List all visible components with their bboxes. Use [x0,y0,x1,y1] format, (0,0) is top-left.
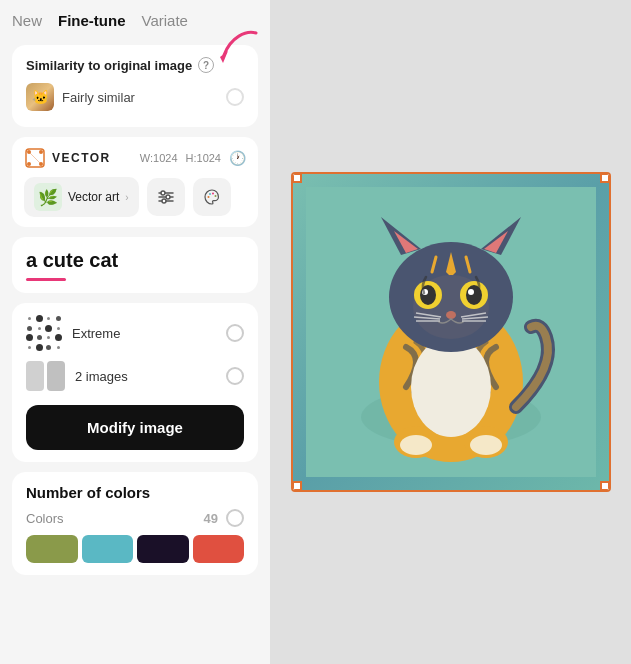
tab-finetune[interactable]: Fine-tune [58,12,126,31]
vector-label: VECTOR [52,151,111,165]
colors-count: 49 [204,511,218,526]
width-label: W:1024 [140,152,178,164]
style-name: Vector art [68,190,119,204]
tab-new[interactable]: New [12,12,42,31]
swatch-dark[interactable] [137,535,189,563]
images-label: 2 images [75,369,128,384]
modify-button[interactable]: Modify image [26,405,244,450]
colors-title: Number of colors [26,484,244,501]
color-swatches [26,535,244,563]
similarity-option-label: Fairly similar [62,90,135,105]
vector-dims: W:1024 H:1024 🕐 [140,150,246,166]
clock-icon[interactable]: 🕐 [229,150,246,166]
tabs-row: New Fine-tune Variate [12,12,258,31]
similarity-option-row: 🐱 Fairly similar [26,83,244,111]
sliders-button[interactable] [147,178,185,216]
prompt-underline [26,278,66,281]
svg-point-12 [207,196,209,198]
style-chip[interactable]: 🌿 Vector art › [24,177,139,217]
extreme-row: Extreme [26,315,244,351]
svg-point-32 [446,311,456,319]
height-label: H:1024 [186,152,221,164]
vector-icon [24,147,46,169]
style-thumb: 🌿 [34,183,62,211]
similarity-card: Similarity to original image ? 🐱 Fairly … [12,45,258,127]
tab-variate[interactable]: Variate [142,12,188,31]
svg-point-10 [166,195,170,199]
colors-label: Colors [26,511,64,526]
corner-handle-tr [600,173,610,183]
original-thumbnail: 🐱 [26,83,54,111]
corner-handle-tl [292,173,302,183]
colors-row-label: Colors 49 [26,509,244,527]
svg-point-13 [209,193,211,195]
colors-section: Number of colors Colors 49 [12,472,258,575]
svg-point-14 [212,193,214,195]
svg-point-15 [214,195,216,197]
images-thumb-icon [26,361,65,391]
corner-handle-br [600,481,610,491]
images-row: 2 images [26,361,244,391]
palette-icon [203,188,221,206]
swatch-olive[interactable] [26,535,78,563]
cat-illustration [306,187,596,477]
svg-point-42 [470,435,502,455]
cat-image [293,174,609,490]
help-icon[interactable]: ? [198,57,214,73]
style-row: 🌿 Vector art › [24,177,246,217]
right-panel [270,0,631,664]
variation-section: Extreme 2 images Modify image [12,303,258,462]
swatch-coral[interactable] [193,535,245,563]
similarity-label: Similarity to original image ? [26,57,244,73]
extreme-label: Extreme [72,326,120,341]
palette-button[interactable] [193,178,231,216]
images-radio[interactable] [226,367,244,385]
left-panel: New Fine-tune Variate Similarity to orig… [0,0,270,664]
colors-radio[interactable] [226,509,244,527]
svg-point-31 [468,289,474,295]
svg-line-5 [29,152,41,164]
sliders-icon [157,188,175,206]
prompt-text[interactable]: a cute cat [26,249,244,272]
corner-handle-bl [292,481,302,491]
svg-point-9 [161,191,165,195]
image-container [291,172,611,492]
extreme-radio[interactable] [226,324,244,342]
prompt-section: a cute cat [12,237,258,293]
vector-header: VECTOR W:1024 H:1024 🕐 [24,147,246,169]
svg-point-2 [39,150,43,154]
similarity-radio[interactable] [226,88,244,106]
svg-point-41 [400,435,432,455]
chevron-right-icon: › [125,192,128,203]
vector-section: VECTOR W:1024 H:1024 🕐 🌿 Vector art › [12,137,258,227]
svg-point-3 [27,162,31,166]
svg-point-11 [162,199,166,203]
extreme-dots-icon [26,315,62,351]
swatch-teal[interactable] [82,535,134,563]
